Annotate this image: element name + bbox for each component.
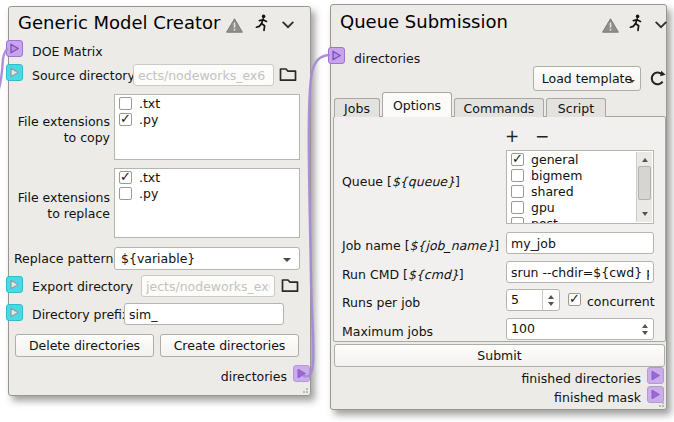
checkbox[interactable]: [119, 97, 132, 110]
job-name-field[interactable]: [506, 232, 654, 254]
directory-prefix-label: Directory prefix: [32, 307, 129, 322]
doe-matrix-label: DOE Matrix: [32, 44, 103, 59]
chevron-down-icon[interactable]: [282, 21, 294, 29]
export-directory-label: Export directory: [32, 279, 133, 294]
menu-arrow-icon: [629, 80, 635, 86]
chevron-down-icon[interactable]: [655, 21, 667, 29]
checkbox-label: .txt: [139, 96, 160, 111]
node-panel-queue-submission[interactable]: Queue Submission directories Load templa…: [330, 4, 667, 410]
tab-jobs[interactable]: Jobs: [334, 98, 380, 117]
ext-replace-label: File extensions to replace: [9, 190, 110, 222]
checkbox-label: general: [531, 152, 579, 167]
list-item[interactable]: shared: [507, 183, 653, 199]
folder-icon[interactable]: [281, 278, 299, 293]
tab-label: Options: [393, 98, 441, 113]
maximum-jobs-stepper[interactable]: 100: [506, 318, 654, 340]
export-directory-field[interactable]: [141, 275, 275, 297]
folder-icon[interactable]: [279, 67, 297, 82]
list-item[interactable]: post: [507, 215, 653, 224]
list-item[interactable]: .txt: [115, 95, 299, 111]
checkbox-label: .txt: [139, 170, 160, 185]
directory-prefix-field[interactable]: [124, 303, 284, 325]
options-tab-pane: + − Queue [${queue}] general bigmem shar…: [333, 116, 666, 342]
checkbox[interactable]: [119, 113, 132, 126]
scrollbar-thumb[interactable]: [638, 166, 651, 200]
ext-copy-label: File extensions to copy: [9, 114, 110, 146]
checkbox[interactable]: [511, 185, 524, 198]
queue-list[interactable]: general bigmem shared gpu post: [506, 150, 654, 224]
step-up-icon[interactable]: [543, 290, 559, 300]
step-down-icon[interactable]: [543, 300, 559, 310]
load-template-button[interactable]: Load template: [533, 66, 641, 91]
scroll-up-icon[interactable]: [637, 152, 652, 165]
stepper-value: 5: [507, 290, 542, 310]
resize-grip[interactable]: [657, 400, 664, 407]
run-icon[interactable]: [629, 14, 643, 32]
ext-copy-list[interactable]: .txt .py: [114, 94, 300, 160]
step-up-icon[interactable]: [637, 319, 653, 329]
delete-directories-button[interactable]: Delete directories: [15, 334, 154, 357]
page-title: Generic Model Creator: [18, 12, 220, 33]
source-directory-field[interactable]: [133, 64, 274, 86]
add-button[interactable]: +: [502, 126, 522, 146]
runs-per-job-stepper[interactable]: 5: [506, 289, 560, 311]
checkbox[interactable]: [511, 153, 524, 166]
scrollbar[interactable]: [636, 152, 652, 222]
checkbox[interactable]: [511, 201, 524, 214]
checkbox[interactable]: [511, 169, 524, 182]
directories-input-port-icon[interactable]: [328, 47, 345, 64]
finished-directories-label: finished directories: [441, 371, 641, 386]
create-directories-button[interactable]: Create directories: [160, 334, 299, 357]
list-item[interactable]: gpu: [507, 199, 653, 215]
directory-prefix-port-icon[interactable]: [6, 304, 23, 321]
tab-script[interactable]: Script: [546, 98, 606, 117]
stepper-value: 100: [507, 319, 637, 339]
tab-label: Commands: [464, 101, 535, 116]
doe-matrix-port-icon[interactable]: [6, 40, 23, 57]
list-item[interactable]: .py: [115, 111, 299, 127]
checkbox[interactable]: [119, 171, 132, 184]
run-cmd-label: Run CMD [${cmd}]: [342, 267, 464, 282]
chevron-down-icon: [283, 258, 291, 266]
checkbox-label: shared: [531, 184, 574, 199]
source-directory-port-icon[interactable]: [6, 64, 23, 81]
checkbox-label: .py: [139, 186, 158, 201]
node-panel-generic-model-creator[interactable]: Generic Model Creator DOE Matrix Source …: [8, 6, 311, 396]
ext-replace-list[interactable]: .txt .py: [114, 168, 300, 238]
run-icon[interactable]: [255, 14, 269, 32]
replace-pattern-dropdown[interactable]: ${variable}: [114, 247, 300, 270]
checkbox[interactable]: [119, 187, 132, 200]
list-item[interactable]: .py: [115, 185, 299, 201]
remove-button[interactable]: −: [532, 126, 552, 146]
directories-output-port-icon[interactable]: [293, 365, 310, 382]
load-template-label: Load template: [542, 71, 632, 86]
list-item[interactable]: bigmem: [507, 167, 653, 183]
scroll-down-icon[interactable]: [637, 209, 652, 222]
checkbox-label: gpu: [531, 200, 555, 215]
checkbox-label: .py: [139, 112, 158, 127]
tab-label: Script: [558, 101, 594, 116]
run-cmd-field[interactable]: [506, 261, 654, 283]
step-down-icon[interactable]: [637, 329, 653, 339]
resize-grip[interactable]: [301, 386, 308, 393]
tab-commands[interactable]: Commands: [454, 98, 544, 117]
maximum-jobs-label: Maximum jobs: [342, 324, 433, 339]
warning-icon: [602, 18, 619, 33]
list-item[interactable]: .txt: [115, 169, 299, 185]
page-title: Queue Submission: [340, 11, 508, 32]
submit-button[interactable]: Submit: [334, 344, 665, 367]
export-directory-port-icon[interactable]: [6, 276, 23, 293]
refresh-icon[interactable]: [649, 70, 666, 87]
checkbox-label: post: [531, 216, 558, 224]
checkbox[interactable]: [511, 217, 524, 224]
concurrent-label: concurrent: [587, 294, 655, 309]
finished-mask-label: finished mask: [441, 390, 641, 405]
dropdown-value: ${variable}: [121, 251, 195, 266]
runs-per-job-label: Runs per job: [342, 295, 420, 310]
concurrent-checkbox[interactable]: [568, 293, 581, 306]
tab-options[interactable]: Options: [382, 92, 452, 117]
warning-icon: [226, 18, 243, 33]
directories-output-label: directories: [159, 369, 287, 384]
list-item[interactable]: general: [507, 151, 653, 167]
finished-directories-port-icon[interactable]: [647, 367, 664, 384]
